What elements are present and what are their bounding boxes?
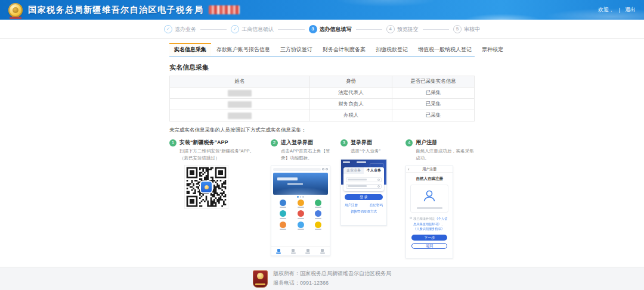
progress-step-5: 5 审核中 <box>453 25 480 33</box>
table-row: 办税人 已采集 <box>170 110 475 121</box>
redacted-name <box>228 113 252 119</box>
cell-status: 已采集 <box>392 110 475 121</box>
cell-name <box>170 99 310 110</box>
eye-icon <box>377 185 380 188</box>
progress-bar-wrap: ✓ 选办业务 ✓ 工商信息确认 3 选办信息填写 4 预览提交 <box>0 20 644 39</box>
footer-text: 版权所有：国家税务总局新疆维吾尔自治区税务局 服务电话：0991-12366 <box>273 269 391 288</box>
guide-step-head: 4 用户注册 <box>405 139 475 146</box>
app-home-screenshot <box>271 166 330 256</box>
title-text-placeholder <box>357 161 366 163</box>
welcome-text: 欢迎， <box>598 6 614 14</box>
register-screen-screenshot: ‹ 用户注册 自然人在线注册 <box>405 166 453 258</box>
progress-step-label: 选办业务 <box>175 26 196 33</box>
collection-instruction: 未完成实名信息采集的人员按照以下方式完成实名信息采集： <box>169 127 475 134</box>
hotline-line: 服务电话：0991-12366 <box>273 279 391 288</box>
tab-deposit-account-report[interactable]: 存款账户账号报告信息 <box>212 43 275 56</box>
login-links: 用户注册 忘记密码 <box>345 203 383 207</box>
section-title: 实名信息采集 <box>169 63 475 72</box>
nav-item <box>301 249 315 254</box>
next-button-image: 下一步 <box>411 235 447 241</box>
guide-step-title: 用户注册 <box>416 139 437 146</box>
back-text-placeholder <box>343 161 350 163</box>
table-row: 法定代表人 已采集 <box>170 88 475 99</box>
tab-personal-business: 个人业务 <box>364 167 384 174</box>
face-verify-card <box>410 185 448 213</box>
tab-invoice-type-approval[interactable]: 票种核定 <box>477 43 508 56</box>
guide-step-title: 安装“新疆税务”APP <box>179 139 228 146</box>
app-bottom-nav <box>271 246 330 255</box>
cell-status: 已采集 <box>392 99 475 110</box>
app-grid-item <box>292 222 309 230</box>
tab-withholding-registration[interactable]: 扣缴税款登记 <box>371 43 413 56</box>
step-number-badge: 3 <box>340 139 348 146</box>
check-icon: ✓ <box>164 25 172 33</box>
agreement-link-2: 《人脸识别服务协议》 <box>413 227 444 230</box>
step-number-badge: 4 <box>405 139 413 146</box>
progress-connector <box>200 29 227 30</box>
realname-section: 实名信息采集 姓名 身份 是否已采集实名信息 法定代表人 已采集 <box>169 63 475 267</box>
scan-icon <box>322 168 324 170</box>
tab-vat-general-taxpayer[interactable]: 增值税一般纳税人登记 <box>413 43 476 56</box>
col-header-name: 姓名 <box>170 76 310 88</box>
app-logo-icon <box>201 182 212 192</box>
main-content: ✓ 选办业务 ✓ 工商信息确认 3 选办信息填写 4 预览提交 <box>0 20 644 267</box>
agreement-text: 我已阅读并同意《个人信息采集使用授权书》、《人脸识别服务协议》 <box>410 216 449 232</box>
copyright-line: 版权所有：国家税务总局新疆维吾尔自治区税务局 <box>273 269 391 279</box>
switch-scan-login-link-image: 切换扫码登录方式 <box>341 210 386 214</box>
tab-tripartite-agreement[interactable]: 三方协议签订 <box>275 43 317 56</box>
register-header-title: 用户注册 <box>422 167 436 171</box>
login-button-image: 登 录 <box>345 194 383 200</box>
step-number: 5 <box>453 25 462 33</box>
cell-identity: 法定代表人 <box>310 88 392 99</box>
back-arrow-icon: ‹ <box>408 166 409 173</box>
guide-step-login: 3 登录界面 选择“个人业务” 企业业务 个人业务 <box>340 139 397 226</box>
tab-realname-collection[interactable]: 实名信息采集 <box>169 43 211 56</box>
app-icon-grid <box>271 199 330 230</box>
cell-identity: 财务负责人 <box>310 99 392 110</box>
logout-link[interactable]: 退出 <box>625 6 636 14</box>
forgot-password-link-image: 忘记密码 <box>370 203 383 207</box>
register-header: ‹ 用户注册 <box>406 166 453 173</box>
guide-step-register: 4 用户注册 自然人注册成功后，实名采集成功。 ‹ 用户注册 自然人在线注册 <box>405 139 475 258</box>
agree-sep: 、 <box>441 222 444 226</box>
progress-connector <box>356 29 382 30</box>
col-header-identity: 身份 <box>310 76 392 88</box>
person-icon <box>422 189 436 203</box>
site-title: 国家税务总局新疆维吾尔自治区电子税务局 <box>28 5 204 15</box>
logo-caption-redacted <box>10 17 21 19</box>
guide-step-desc: 点击APP首页右上角【登录】功能图标。 <box>281 148 332 161</box>
app-grid-item <box>292 210 309 219</box>
cell-name <box>170 110 310 121</box>
col-header-status: 是否已采集实名信息 <box>392 76 475 88</box>
nav-item <box>315 249 330 254</box>
app-grid-item <box>309 199 327 208</box>
guide-step-enter-login: 2 进入登录界面 点击APP首页右上角【登录】功能图标。 <box>271 139 332 256</box>
app-grid-item <box>274 210 292 219</box>
nav-item-home <box>271 249 286 254</box>
progress-step-4: 4 预览提交 <box>386 25 419 33</box>
nav-item <box>286 249 301 254</box>
guide-step-desc: 自然人注册成功后，实名采集成功。 <box>416 148 475 161</box>
app-topbar <box>271 166 330 172</box>
progress-connector <box>423 29 449 30</box>
login-tabs: 企业业务 个人业务 <box>343 167 384 174</box>
cell-name <box>170 88 310 99</box>
hint-text-placeholder <box>417 207 442 209</box>
progress-step-1: ✓ 选办业务 <box>164 25 196 33</box>
tab-company-business: 企业业务 <box>343 167 364 174</box>
cell-status: 已采集 <box>392 88 475 99</box>
guide-step-head: 3 登录界面 <box>340 139 397 146</box>
qr-code-image <box>185 166 228 208</box>
header-user-area: 欢迎， | 退出 <box>598 6 636 14</box>
progress-step-label: 选办信息填写 <box>320 26 352 33</box>
realname-table: 姓名 身份 是否已采集实名信息 法定代表人 已采集 财务负责人 已采集 <box>169 76 475 121</box>
redacted-name <box>228 101 252 108</box>
table-header-row: 姓名 身份 是否已采集实名信息 <box>170 76 475 88</box>
tab-accounting-system-filing[interactable]: 财务会计制度备案 <box>318 43 370 56</box>
guide-step-desc: 扫描下方二维码安装“新疆税务”APP。（若已安装请跳过） <box>179 148 262 161</box>
carousel-dots <box>271 196 330 198</box>
step-number-badge: 1 <box>169 139 177 146</box>
header-divider: | <box>619 7 620 13</box>
login-card: 企业业务 个人业务 <box>343 167 384 191</box>
page-footer: 版权所有：国家税务总局新疆维吾尔自治区税务局 服务电话：0991-12366 <box>0 267 644 290</box>
